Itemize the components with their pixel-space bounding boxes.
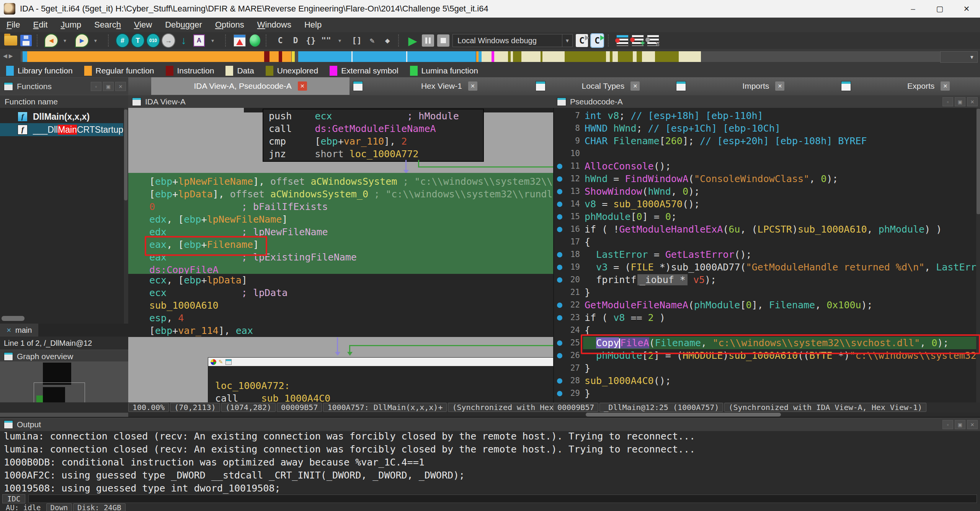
stop-process-icon[interactable] [436, 34, 450, 47]
menu-windows[interactable]: Windows [251, 18, 298, 32]
line-dot-icon[interactable] [557, 303, 562, 308]
pseudocode-line[interactable]: 11AllocConsole(); [554, 160, 980, 173]
asm-line[interactable] [215, 367, 553, 379]
navigation-band[interactable] [21, 51, 942, 62]
command-input[interactable] [28, 495, 977, 503]
pseudocode-line[interactable]: 20 fprintf_iobuf * v5); [554, 273, 980, 286]
line-dot-icon[interactable] [557, 277, 562, 283]
tab-close-icon[interactable]: ✕ [775, 81, 784, 91]
asm-line[interactable]: call sub_1000A4C0 [215, 392, 553, 402]
pseudocode-line[interactable]: 10 [554, 147, 980, 160]
line-dot-icon[interactable] [557, 252, 562, 257]
menu-view[interactable]: View [127, 18, 158, 32]
functions-hscrollbar-thumb[interactable] [2, 316, 24, 321]
breakpoint-list-icon[interactable] [616, 34, 629, 47]
new-window-icon[interactable] [532, 81, 549, 91]
tab-local-types[interactable]: Local Types✕ [549, 77, 673, 95]
tab-close-icon[interactable]: ✕ [298, 81, 307, 91]
line-dot-icon[interactable] [557, 340, 562, 346]
make-array-icon[interactable]: [] [350, 34, 364, 47]
make-data-icon[interactable]: D [289, 34, 302, 47]
pseudocode-line[interactable]: 13ShowWindow(hWnd, 0); [554, 185, 980, 198]
pseudocode-line[interactable]: 18 LastError = GetLastError(); [554, 248, 980, 261]
asm-line[interactable]: [ebp+var_114], eax [128, 324, 553, 337]
maximize-icon[interactable]: ▣ [103, 82, 114, 91]
run-to-cursor-icon[interactable] [248, 34, 262, 47]
line-dot-icon[interactable] [557, 353, 562, 358]
line-dot-icon[interactable] [557, 227, 562, 232]
line-dot-icon[interactable] [557, 315, 562, 321]
add-breakpoint-icon[interactable] [631, 34, 645, 47]
jump-name-icon[interactable]: T [131, 34, 145, 47]
close-icon[interactable]: ✕ [7, 327, 11, 334]
edit-icon[interactable]: ✎ [365, 34, 379, 47]
pseudocode-line[interactable]: 22GetModuleFileNameA(phModule[0], Filena… [554, 299, 980, 311]
menu-search[interactable]: Search [88, 18, 127, 32]
pseudocode-line[interactable]: 15phModule[0] = 0; [554, 210, 980, 223]
pseudocode-view[interactable]: 7int v8; // [esp+18h] [ebp-110h]8HWND hW… [553, 108, 980, 402]
disasm-node-popup[interactable]: push ecx ; hModulecall ds:GetModuleFileN… [263, 109, 484, 162]
menu-edit[interactable]: Edit [26, 18, 54, 32]
nav-forward-icon[interactable]: ▶ [75, 34, 89, 47]
idc-mode-button[interactable]: IDC [2, 494, 25, 503]
navband-arrows-icon[interactable]: ◀▶ [3, 53, 15, 59]
asm-line[interactable]: cmp [ebp+var_110], 2 [269, 135, 483, 148]
delete-breakpoint-icon[interactable] [646, 34, 660, 47]
minimize-button[interactable]: – [900, 0, 926, 18]
node-edit-icon[interactable]: ✎ [219, 359, 223, 365]
attach-process-icon[interactable]: C [575, 34, 589, 47]
asm-line[interactable]: call ds:GetModuleFileNameA [269, 122, 483, 135]
make-struct-icon[interactable]: {} [304, 34, 318, 47]
close-icon[interactable]: ✕ [967, 97, 978, 106]
asm-line[interactable]: esp, 4 [128, 312, 553, 324]
restore-icon[interactable]: ▫ [942, 97, 953, 106]
pseudocode-line[interactable]: 27} [554, 362, 980, 374]
jump-address-icon[interactable]: # [116, 34, 129, 47]
asm-line[interactable]: 0 ; bFailIfExists [128, 200, 553, 213]
pseudocode-line[interactable]: 16if ( !GetModuleHandleExA(6u, (LPCSTR)s… [554, 223, 980, 236]
pseudocode-hscrollbar[interactable] [553, 412, 980, 417]
maximize-icon[interactable]: ▣ [955, 97, 965, 106]
line-dot-icon[interactable] [557, 189, 562, 194]
tab-ida-view-a-pseudocode-a[interactable]: IDA View-A, Pseudocode-A✕ [151, 77, 350, 95]
patch-icon[interactable]: ◆ [381, 34, 394, 47]
pseudocode-line[interactable]: 14v8 = sub_1000A570(); [554, 198, 980, 210]
make-code-icon[interactable]: C [273, 34, 287, 47]
menu-help[interactable]: Help [298, 18, 328, 32]
maximize-icon[interactable]: ▣ [955, 420, 965, 429]
pseudocode-line[interactable]: 28sub_1000A4C0(); [554, 374, 980, 387]
functions-vscrollbar-thumb[interactable] [124, 109, 127, 200]
disasm-node-selected[interactable]: [ebp+lpNewFileName], offset aCWindowsSys… [128, 173, 553, 276]
asm-line[interactable]: ecx ; lpData [128, 286, 553, 299]
restore-icon[interactable]: ▫ [942, 420, 953, 429]
asm-line[interactable]: loc_1000A772: [215, 379, 553, 392]
dock-tab-main[interactable]: ✕ main [0, 324, 38, 337]
pseudocode-line[interactable]: 9CHAR Filename[260]; // [esp+20h] [ebp-1… [554, 135, 980, 147]
pseudocode-line[interactable]: 19 v3 = (FILE *)sub_1000AD77("GetModuleH… [554, 261, 980, 273]
pseudocode-line[interactable]: 8HWND hWnd; // [esp+1Ch] [ebp-10Ch] [554, 122, 980, 135]
disasm-node-loc[interactable]: ✎ loc_1000A772:call sub_1000A4C0mov [ebp… [208, 357, 553, 402]
pseudocode-line[interactable]: 21} [554, 286, 980, 299]
new-window-icon[interactable] [838, 81, 854, 91]
node-color-icon[interactable] [211, 359, 216, 365]
node-body[interactable]: loc_1000A772:call sub_1000A4C0mov [ebp+v… [208, 366, 553, 402]
bookmark-icon[interactable] [233, 34, 247, 47]
menu-options[interactable]: Options [209, 18, 251, 32]
function-row[interactable]: fDllMain(x,x,x) [0, 110, 123, 123]
disasm-node[interactable]: ecx, [ebp+lpData]ecx ; lpDatasub_1000A61… [128, 274, 553, 337]
menu-jump[interactable]: Jump [54, 18, 88, 32]
restore-icon[interactable]: ▫ [91, 82, 101, 91]
save-file-icon[interactable] [19, 34, 33, 47]
pseudocode-line[interactable]: 7int v8; // [esp+18h] [ebp-110h] [554, 109, 980, 122]
jump-follow-icon[interactable]: ↓ [177, 34, 191, 47]
asm-line[interactable]: edx, [ebp+lpNewFileName] [128, 213, 553, 226]
pseudocode-vscrollbar-thumb[interactable] [977, 109, 980, 214]
search-caret-icon[interactable]: ▾ [207, 34, 221, 47]
new-window-icon[interactable] [673, 81, 689, 91]
close-button[interactable]: ✕ [953, 0, 980, 18]
output-log[interactable]: lumina: connection closed (recv: An exis… [0, 430, 980, 494]
pseudocode-line[interactable]: 29} [554, 387, 980, 400]
tab-close-icon[interactable]: ✕ [468, 81, 477, 91]
functions-column-header[interactable]: Function name [0, 95, 128, 109]
jump-binary-icon[interactable]: 010 [146, 34, 160, 47]
